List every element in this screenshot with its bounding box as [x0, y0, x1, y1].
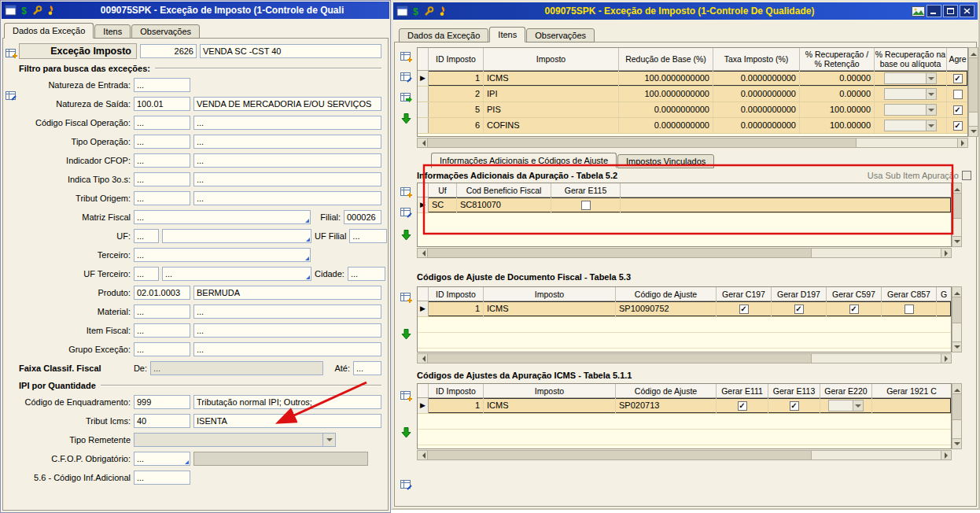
faixa-de-field[interactable]: ...: [150, 361, 323, 375]
goto-last-record-icon[interactable]: [398, 110, 414, 127]
cell-id[interactable]: 5: [429, 102, 484, 117]
agregado-checkbox[interactable]: ✓: [953, 121, 963, 131]
cell-imposto[interactable]: COFINS: [484, 118, 619, 133]
chevron-down-icon[interactable]: [322, 434, 335, 446]
cell-recuperacao[interactable]: 0.00000: [800, 71, 875, 86]
cfop-obrigatorio-field[interactable]: ...: [134, 452, 190, 466]
col-header-taxa[interactable]: Taxa Imposto (%): [713, 48, 800, 70]
cell-reducao[interactable]: 0.0000000000: [619, 118, 713, 133]
combo-field[interactable]: [828, 400, 864, 412]
col-header-recuperacao-base[interactable]: % Recuperação nabase ou alíquota: [875, 48, 947, 70]
grupo-excecao-code-field[interactable]: ...: [134, 342, 190, 356]
col-header-imposto[interactable]: Imposto: [484, 48, 619, 70]
scroll-right-icon[interactable]: [957, 138, 967, 147]
cell-id[interactable]: 2: [429, 87, 484, 101]
tribut-icms-code-field[interactable]: 40: [134, 414, 190, 428]
impostos-row-ipi[interactable]: 2 IPI 100.0000000000 0.0000000000 0.0000…: [418, 87, 967, 102]
col-header-codigo-ajuste[interactable]: Código de Ajuste: [616, 384, 717, 397]
cell-taxa[interactable]: 0.0000000000: [713, 87, 800, 101]
cell-uf[interactable]: SC: [429, 197, 457, 212]
natureza-saida-code-field[interactable]: 100.01: [134, 97, 190, 111]
agregado-checkbox[interactable]: ✓: [953, 105, 963, 115]
combo-field[interactable]: [884, 104, 936, 116]
terceiro-field[interactable]: ...: [134, 248, 311, 262]
tabela-52-row[interactable]: ▶ SC SC810070: [418, 197, 951, 213]
col-header-gerar-d197[interactable]: Gerar D197: [772, 287, 827, 301]
combo-field[interactable]: [884, 72, 936, 84]
cell-reducao[interactable]: 100.0000000000: [619, 87, 713, 101]
natureza-entrada-field[interactable]: ...: [134, 78, 190, 92]
col-header-g-cut[interactable]: G: [937, 287, 951, 301]
gerar-e111-checkbox[interactable]: ✓: [738, 401, 747, 411]
grid-edit-icon[interactable]: [398, 69, 414, 86]
grid-insert-icon[interactable]: [398, 184, 414, 201]
scroll-thumb[interactable]: [428, 249, 812, 257]
impostos-grid-vscrollbar[interactable]: [968, 47, 978, 137]
gerar-c197-checkbox[interactable]: ✓: [739, 304, 749, 314]
produto-code-field[interactable]: 02.01.0003: [134, 286, 190, 300]
tribut-icms-desc-field[interactable]: ISENTA: [193, 414, 381, 428]
tab-informacoes-adicionais[interactable]: Informações Adicionais e Códigos de Ajus…: [431, 153, 617, 168]
indica-tipo-desc-field[interactable]: ...: [193, 172, 381, 186]
cell-id[interactable]: 1: [429, 398, 484, 413]
col-header-imposto[interactable]: Imposto: [484, 287, 616, 301]
record-edit-icon[interactable]: [4, 89, 18, 103]
tab-impostos-vinculados[interactable]: Impostos Vinculados: [617, 154, 714, 168]
agregado-checkbox[interactable]: [953, 90, 963, 99]
tab-dados-da-excecao[interactable]: Dados da Exceção: [399, 28, 488, 42]
goto-last-record-icon[interactable]: [398, 326, 414, 342]
matriz-fiscal-field[interactable]: ...: [134, 210, 311, 224]
tabela-53-vscrollbar[interactable]: [952, 286, 962, 352]
tribut-origem-code-field[interactable]: ...: [134, 191, 190, 205]
col-header-id-imposto[interactable]: ID Imposto: [429, 48, 484, 70]
cell-imposto[interactable]: ICMS: [484, 398, 616, 413]
tabela-53-row[interactable]: ▶ 1 ICMS SP10090752 ✓ ✓ ✓: [418, 301, 951, 317]
cell-taxa[interactable]: 0.0000000000: [713, 71, 800, 86]
produto-desc-field[interactable]: BERMUDA: [193, 286, 381, 300]
cidade-field[interactable]: ...: [348, 267, 385, 281]
scroll-thumb[interactable]: [952, 297, 961, 323]
impostos-grid-hscrollbar[interactable]: [417, 138, 968, 148]
scroll-thumb[interactable]: [952, 394, 961, 420]
tipo-operacao-desc-field[interactable]: ...: [193, 135, 381, 149]
gerar-e115-checkbox[interactable]: [581, 201, 591, 210]
cell-id[interactable]: 1: [429, 71, 484, 86]
col-header-uf[interactable]: Uf: [429, 183, 457, 197]
tabela-511-vscrollbar[interactable]: [952, 383, 962, 449]
tab-dados-da-excecao[interactable]: Dados da Exceção: [4, 23, 94, 39]
codigo-inf-adicional-field[interactable]: ...: [134, 471, 190, 485]
col-header-gerar-1921[interactable]: Gerar 1921 C: [872, 384, 951, 397]
tab-observacoes[interactable]: Observações: [131, 24, 200, 39]
excecao-imposto-code-field[interactable]: 2626: [140, 44, 197, 58]
cell-imposto[interactable]: IPI: [484, 87, 619, 101]
grid-edit-icon[interactable]: [398, 205, 414, 221]
scroll-left-icon[interactable]: [418, 354, 428, 363]
cell-reducao[interactable]: 100.0000000000: [619, 71, 713, 86]
uf-terceiro-desc-field[interactable]: ...: [162, 267, 311, 281]
cell-id[interactable]: 1: [429, 301, 484, 316]
scroll-thumb[interactable]: [428, 354, 812, 363]
codigo-enquadramento-desc-field[interactable]: Tributação normal IPI; Outros;: [193, 395, 381, 409]
goto-last-record-icon[interactable]: [398, 227, 414, 243]
col-header-gerar-c597[interactable]: Gerar C597: [827, 287, 882, 301]
scroll-down-icon[interactable]: [969, 126, 978, 136]
scroll-up-icon[interactable]: [969, 48, 978, 58]
maximize-button[interactable]: [943, 5, 958, 17]
codigo-fiscal-desc-field[interactable]: ...: [193, 116, 381, 130]
gerar-c857-checkbox[interactable]: [904, 304, 914, 314]
indicador-cfop-desc-field[interactable]: ...: [193, 153, 381, 168]
scroll-left-icon[interactable]: [418, 249, 428, 257]
tab-itens[interactable]: Itens: [94, 24, 131, 39]
picture-icon[interactable]: [912, 6, 925, 17]
faixa-ate-field[interactable]: ...: [353, 361, 381, 375]
scroll-down-icon[interactable]: [952, 236, 961, 246]
agregado-checkbox[interactable]: ✓: [953, 74, 963, 83]
col-header-gerar-c857[interactable]: Gerar C857: [882, 287, 937, 301]
col-header-reducao[interactable]: Redução de Base (%): [619, 48, 713, 70]
col-header-cod-beneficio[interactable]: Cod Beneficio Fiscal: [457, 183, 551, 197]
col-header-imposto[interactable]: Imposto: [484, 384, 616, 397]
codigo-enquadramento-field[interactable]: 999: [134, 395, 190, 409]
col-header-gerar-e113[interactable]: Gerar E113: [768, 384, 820, 397]
tabela-511-row[interactable]: ▶ 1 ICMS SP020713 ✓ ✓: [418, 398, 951, 414]
cell-cod-beneficio[interactable]: SC810070: [457, 197, 551, 212]
